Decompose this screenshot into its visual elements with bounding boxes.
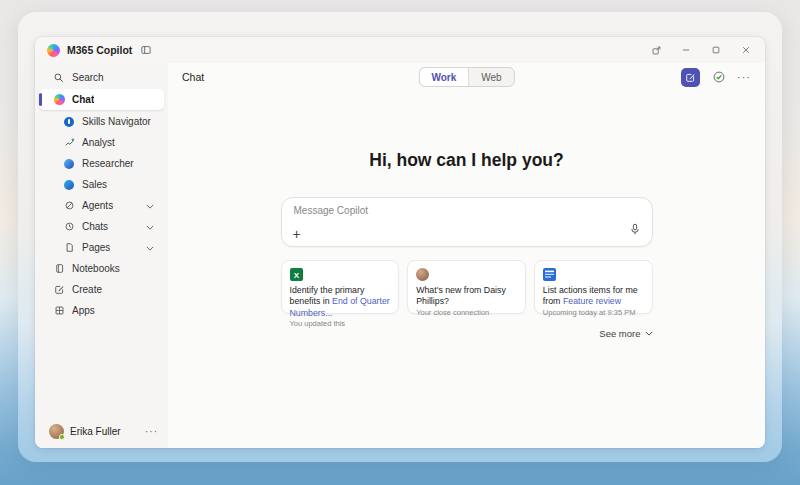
sidebar-item-label: Researcher — [82, 158, 134, 169]
message-input[interactable] — [294, 205, 544, 216]
page-icon — [63, 242, 75, 254]
copilot-logo-icon — [47, 44, 60, 57]
toggle-work[interactable]: Work — [419, 68, 469, 86]
card-link[interactable]: Feature review — [563, 296, 621, 306]
chevron-down-icon — [645, 331, 653, 336]
main-area: Chat Work Web ··· Hi, how can I help yo — [168, 63, 765, 448]
notebook-icon — [53, 263, 65, 275]
sidebar-item-analyst[interactable]: Analyst — [39, 133, 164, 152]
apps-grid-icon — [53, 305, 65, 317]
card-text: List actions items for me from Feature r… — [543, 285, 644, 308]
sidebar-item-sales[interactable]: Sales — [39, 175, 164, 194]
sidebar-item-label: Sales — [82, 179, 107, 190]
toggle-web[interactable]: Web — [469, 68, 513, 86]
sidebar-item-label: Apps — [72, 305, 95, 316]
page-title: Chat — [182, 71, 204, 83]
agents-icon — [63, 200, 75, 212]
sidebar-item-label: Create — [72, 284, 102, 295]
calendar-event-icon — [543, 268, 644, 281]
minimize-icon[interactable] — [679, 43, 693, 57]
chevron-down-icon[interactable] — [146, 221, 154, 232]
attach-plus-icon[interactable]: + — [293, 227, 301, 241]
user-name: Erika Fuller — [70, 426, 121, 437]
skills-navigator-icon — [63, 116, 75, 128]
researcher-icon — [63, 158, 75, 170]
sidebar-item-label: Pages — [82, 242, 110, 253]
popout-icon[interactable] — [649, 43, 663, 57]
sidebar-item-label: Notebooks — [72, 263, 120, 274]
excel-file-icon: X — [290, 268, 391, 281]
user-more-icon[interactable]: ··· — [145, 426, 158, 437]
message-composer[interactable]: + — [281, 197, 653, 247]
suggestion-card-excel[interactable]: X Identify the primary benefits in End o… — [281, 260, 400, 314]
main-header: Chat Work Web ··· — [168, 63, 765, 91]
chevron-down-icon[interactable] — [146, 200, 154, 211]
person-avatar-icon — [416, 268, 517, 281]
maximize-icon[interactable] — [709, 43, 723, 57]
sales-icon — [63, 179, 75, 191]
sidebar-item-chat[interactable]: Chat — [39, 89, 164, 110]
user-profile-row[interactable]: Erika Fuller ··· — [35, 418, 168, 448]
create-pen-icon — [53, 284, 65, 296]
selection-accent-bar — [39, 93, 42, 106]
suggestion-card-person[interactable]: What's new from Daisy Phillips? Your clo… — [407, 260, 526, 314]
header-more-icon[interactable]: ··· — [737, 71, 751, 83]
sidebar-item-create[interactable]: Create — [39, 280, 164, 299]
sidebar-item-agents[interactable]: Agents — [39, 196, 164, 215]
sidebar-item-apps[interactable]: Apps — [39, 301, 164, 320]
m365-copilot-window: M365 Copilot — [35, 37, 765, 448]
chat-history-icon — [63, 221, 75, 233]
sidebar-item-label: Analyst — [82, 137, 115, 148]
presence-available-icon — [59, 434, 65, 440]
sidebar-item-search[interactable]: Search — [39, 68, 164, 87]
sidebar-item-label: Search — [72, 72, 104, 83]
svg-text:X: X — [293, 271, 299, 280]
card-footer: You updated this — [290, 319, 391, 328]
sidebar: Search Chat Skills Navigator Analyst Res… — [35, 63, 168, 448]
sidebar-item-pages[interactable]: Pages — [39, 238, 164, 257]
sidebar-toggle-icon[interactable] — [139, 43, 153, 57]
sidebar-item-label: Skills Navigator — [82, 116, 151, 127]
card-text: Identify the primary benefits in End of … — [290, 285, 391, 319]
greeting-heading: Hi, how can I help you? — [281, 150, 653, 171]
card-footer: Your close connection — [416, 308, 517, 317]
search-icon — [53, 72, 65, 84]
sidebar-item-chats[interactable]: Chats — [39, 217, 164, 236]
sidebar-item-label: Agents — [82, 200, 113, 211]
card-footer: Upcoming today at 9:35 PM — [543, 308, 644, 317]
see-more-link[interactable]: See more — [599, 328, 652, 339]
suggestion-card-meeting[interactable]: List actions items for me from Feature r… — [534, 260, 653, 314]
sidebar-item-notebooks[interactable]: Notebooks — [39, 259, 164, 278]
sidebar-item-label: Chat — [72, 94, 94, 105]
titlebar: M365 Copilot — [35, 37, 765, 63]
new-chat-button[interactable] — [681, 68, 700, 87]
microphone-icon[interactable] — [629, 222, 641, 240]
chevron-down-icon[interactable] — [146, 242, 154, 253]
avatar — [49, 424, 64, 439]
sidebar-item-researcher[interactable]: Researcher — [39, 154, 164, 173]
app-title: M365 Copilot — [67, 44, 132, 56]
copilot-chat-icon — [53, 94, 65, 106]
close-icon[interactable] — [739, 43, 753, 57]
work-web-toggle: Work Web — [418, 67, 514, 87]
analyst-icon — [63, 137, 75, 149]
card-text: What's new from Daisy Phillips? — [416, 285, 517, 308]
sidebar-item-skills-navigator[interactable]: Skills Navigator — [39, 112, 164, 131]
protected-shield-icon[interactable] — [711, 70, 726, 85]
sidebar-item-label: Chats — [82, 221, 108, 232]
